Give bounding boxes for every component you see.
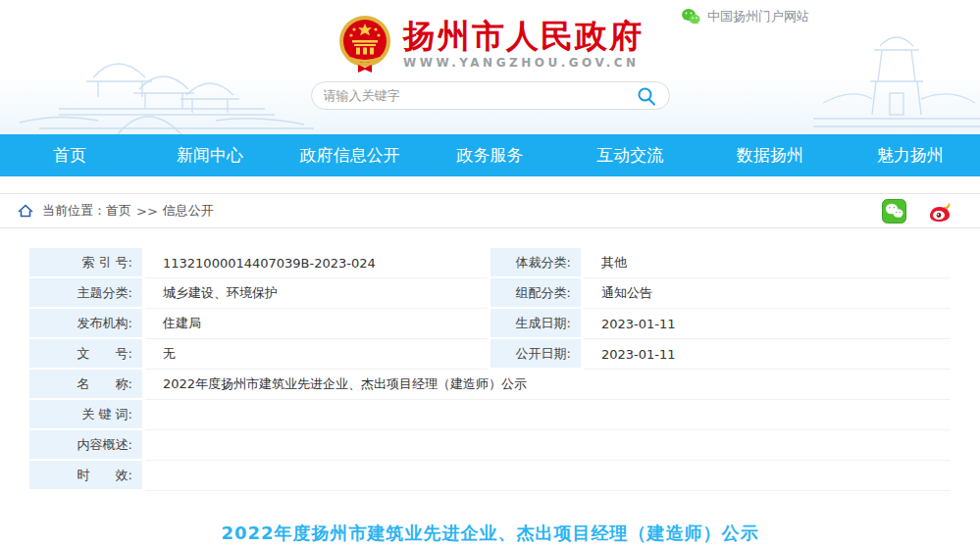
field-label-validity: 时 效: [29,461,142,491]
field-label-issuing-agency: 发布机构: [29,309,142,339]
site-logo[interactable]: 扬州市人民政府 WWW.YANGZHOU.GOV.CN [0,0,980,75]
field-value-topic-category: 城乡建设、环境保护 [145,278,488,309]
nav-item-data[interactable]: 数据扬州 [700,134,841,176]
field-label-document-number: 文 号: [29,339,142,370]
table-row: 内容概述: [29,430,951,461]
main-nav: 首页 新闻中心 政府信息公开 政务服务 互动交流 数据扬州 魅力扬州 [0,134,980,176]
national-emblem-icon [336,14,393,75]
nav-item-home[interactable]: 首页 [0,134,140,176]
table-row: 时 效: [29,461,951,491]
table-row: 发布机构: 住建局 生成日期: 2023-01-11 [29,309,951,339]
nav-item-services[interactable]: 政务服务 [420,134,560,176]
field-value-index-number: 11321000014407039B-2023-024 [145,248,488,278]
field-label-publish-date: 公开日期: [490,339,581,370]
share-icons [882,199,962,224]
breadcrumb-home-link[interactable]: 首页 [106,202,131,220]
field-label-group-category: 组配分类: [490,278,581,309]
field-value-generated-date: 2023-01-11 [584,309,951,339]
article-title: 2022年度扬州市建筑业先进企业、杰出项目经理（建造师）公示 [0,522,980,545]
field-label-generated-date: 生成日期: [490,309,581,339]
field-value-keywords [145,400,951,430]
nav-item-news[interactable]: 新闻中心 [140,134,281,176]
breadcrumb-prefix: 当前位置： [42,202,106,220]
field-value-group-category: 通知公告 [584,278,951,309]
field-label-summary: 内容概述: [29,430,142,461]
breadcrumb-current-link[interactable]: 信息公开 [163,202,214,220]
wechat-share-icon[interactable] [882,199,906,224]
breadcrumb-separator: >> [136,204,158,219]
table-row: 关 键 词: [29,400,951,430]
field-value-summary [145,430,951,461]
field-value-title: 2022年度扬州市建筑业先进企业、杰出项目经理（建造师）公示 [145,370,951,400]
site-title: 扬州市人民政府 [403,19,644,54]
table-row: 索 引 号: 11321000014407039B-2023-024 体裁分类:… [29,248,951,278]
field-value-validity [145,461,951,491]
field-label-keywords: 关 键 词: [29,400,142,430]
search-bar [311,81,670,110]
field-value-issuing-agency: 住建局 [145,309,488,339]
field-value-publish-date: 2023-01-11 [584,339,951,370]
site-url: WWW.YANGZHOU.GOV.CN [403,56,644,70]
field-label-topic-category: 主题分类: [29,278,142,309]
table-row: 主题分类: 城乡建设、环境保护 组配分类: 通知公告 [29,278,951,309]
search-input[interactable] [324,88,636,103]
logo-text: 扬州市人民政府 WWW.YANGZHOU.GOV.CN [403,19,644,70]
breadcrumb-bar: 当前位置： 首页 >> 信息公开 [0,193,980,228]
nav-item-charm[interactable]: 魅力扬州 [840,134,980,176]
field-label-title: 名 称: [29,370,142,400]
site-header: 中国扬州门户网站 扬州市人民政府 WWW.YANGZHOU.GOV.CN [0,0,980,134]
search-button[interactable] [636,85,657,107]
table-row: 名 称: 2022年度扬州市建筑业先进企业、杰出项目经理（建造师）公示 [29,370,951,400]
nav-item-gov-info[interactable]: 政府信息公开 [280,134,420,176]
metadata-table: 索 引 号: 11321000014407039B-2023-024 体裁分类:… [29,248,951,491]
table-row: 文 号: 无 公开日期: 2023-01-11 [29,339,951,370]
field-label-index-number: 索 引 号: [29,248,142,278]
field-label-genre-category: 体裁分类: [490,248,581,278]
field-value-genre-category: 其他 [584,248,951,278]
nav-item-interaction[interactable]: 互动交流 [560,134,700,176]
search-icon [637,86,656,106]
home-icon [18,204,33,218]
page: 中国扬州门户网站 扬州市人民政府 WWW.YANGZHOU.GOV.CN [0,0,980,545]
weibo-share-icon[interactable] [928,199,953,224]
field-value-document-number: 无 [145,339,488,370]
